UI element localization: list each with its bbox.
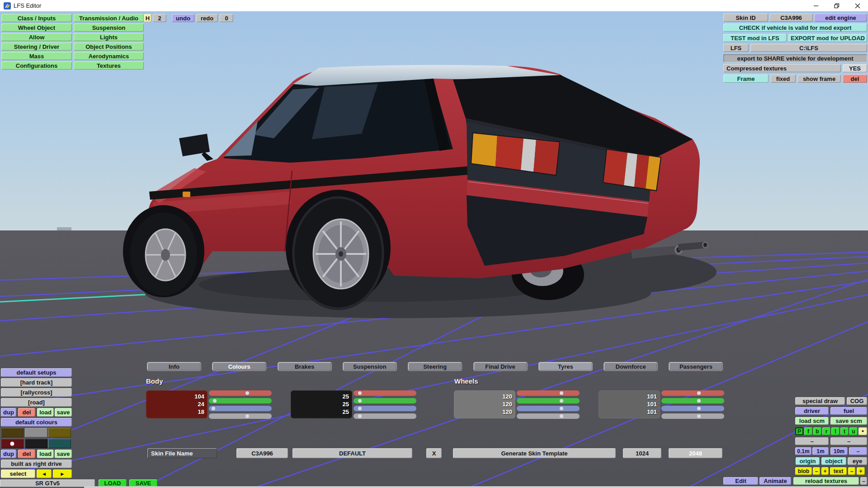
blob-button[interactable]: blob [795, 467, 812, 475]
setup-road-button[interactable]: [road] [1, 398, 72, 407]
menu-transmission-audio[interactable]: Transmission / Audio [74, 14, 144, 22]
tab-info[interactable]: Info [147, 362, 201, 371]
minimize-button[interactable] [806, 0, 826, 11]
cog-button[interactable]: COG [847, 397, 867, 405]
export-mod-button[interactable]: EXPORT mod for UPLOAD [788, 34, 867, 42]
tab-downforce[interactable]: Downforce [604, 362, 658, 371]
slider-wheel-colour-1-bright[interactable] [517, 413, 580, 419]
fixed-button[interactable]: fixed [770, 75, 796, 83]
save-scm-button[interactable]: save scm [830, 417, 867, 425]
menu-configurations[interactable]: Configurations [1, 61, 72, 70]
colour-swatch-1[interactable] [25, 428, 47, 437]
tab-steering[interactable]: Steering [408, 362, 462, 371]
skin-name-button[interactable]: DEFAULT [292, 448, 412, 458]
scale-1m-button[interactable]: 1m [812, 447, 829, 455]
default-colours-button[interactable]: default colours [1, 418, 72, 427]
special-draw-button[interactable]: special draw [795, 397, 845, 405]
scale-0-1m-button[interactable]: 0.1m [795, 447, 811, 455]
menu-mass[interactable]: Mass [1, 52, 72, 60]
frame-del-button[interactable]: del [843, 75, 867, 83]
menu-class-inputs[interactable]: Class / Inputs [1, 14, 72, 22]
menu-suspension[interactable]: Suspension [74, 23, 144, 32]
test-mod-button[interactable]: TEST mod in LFS [723, 34, 787, 42]
swatch-body-colour-1[interactable]: 1042418 [146, 390, 208, 418]
colours-load-button[interactable]: load [37, 450, 54, 458]
toolbar-zero-button[interactable]: 0 [220, 14, 233, 22]
slider-handle[interactable] [560, 407, 563, 410]
tab-final-drive[interactable]: Final Drive [473, 362, 528, 371]
compressed-textures-value[interactable]: YES [843, 64, 867, 72]
load-scm-button[interactable]: load scm [795, 417, 829, 425]
slider-body-colour-1-red[interactable] [209, 390, 272, 396]
flag-dot-button[interactable]: ● [859, 427, 867, 435]
redo-button[interactable]: redo [196, 14, 218, 22]
slider-handle[interactable] [212, 407, 215, 410]
menu-steering-driver[interactable]: Steering / Driver [1, 42, 72, 51]
slider-body-colour-2-green[interactable] [354, 398, 416, 404]
colour-swatch-4[interactable] [25, 439, 47, 448]
flag-P-button[interactable]: P [795, 427, 803, 435]
flag-b-button[interactable]: b [813, 427, 821, 435]
colour-swatch-5[interactable] [48, 439, 71, 448]
skin-size-1024-button[interactable]: 1024 [623, 448, 661, 458]
select-prev-button[interactable]: ◄ [37, 469, 52, 478]
slider-body-colour-1-bright[interactable] [209, 413, 272, 419]
slider-handle[interactable] [358, 391, 362, 395]
blob-minus-button[interactable]: – [813, 467, 820, 475]
slider-body-colour-2-red[interactable] [354, 390, 416, 396]
slider-handle[interactable] [560, 391, 563, 395]
setups-dup-button[interactable]: dup [1, 408, 16, 417]
text-button[interactable]: text [830, 467, 847, 475]
reload-minus-button[interactable]: – [860, 477, 867, 485]
setups-save-button[interactable]: save [55, 408, 72, 417]
slider-wheel-colour-2-red[interactable] [661, 390, 724, 396]
menu-textures[interactable]: Textures [74, 61, 144, 70]
menu-object-positions[interactable]: Object Positions [74, 42, 144, 51]
default-setups-button[interactable]: default setups [1, 368, 72, 377]
generate-skin-template-button[interactable]: Generate Skin Template [453, 448, 616, 458]
skin-id-value[interactable]: C3A996 [769, 14, 813, 22]
setups-del-button[interactable]: del [18, 408, 35, 417]
built-as-right-drive-button[interactable]: built as right drive [1, 460, 72, 468]
slider-handle[interactable] [358, 399, 362, 403]
skin-size-2048-button[interactable]: 2048 [669, 448, 722, 458]
swatch-wheel-colour-1[interactable]: 120120120 [454, 390, 515, 418]
toolbar-h-button[interactable]: H [144, 14, 151, 22]
colour-swatch-0[interactable] [1, 428, 24, 437]
slider-wheel-colour-2-blue[interactable] [661, 406, 724, 411]
select-next-button[interactable]: ► [53, 469, 72, 478]
setups-load-button[interactable]: load [37, 408, 54, 417]
toolbar-layer-button[interactable]: 2 [153, 14, 166, 22]
slider-handle[interactable] [245, 391, 249, 395]
slider-handle[interactable] [697, 399, 701, 403]
lfs-path-value[interactable]: C:\LFS [750, 44, 867, 52]
close-button[interactable] [847, 0, 868, 11]
scale-minus-button[interactable]: – [849, 447, 867, 455]
swatch-wheel-colour-2[interactable]: 101101101 [599, 390, 660, 418]
slider-handle[interactable] [358, 407, 362, 410]
fuel-button[interactable]: fuel [830, 407, 867, 415]
slider-body-colour-2-blue[interactable] [354, 406, 416, 411]
compressed-textures-label[interactable]: Compressed textures [723, 64, 841, 72]
menu-lights[interactable]: Lights [74, 33, 144, 41]
edit-engine-button[interactable]: edit engine [814, 14, 867, 22]
dash-left-button[interactable]: – [795, 437, 829, 445]
setup-hard-track-button[interactable]: [hard track] [1, 378, 72, 387]
flag-f-button[interactable]: f [804, 427, 812, 435]
reload-textures-button[interactable]: reload textures [793, 477, 859, 485]
lfs-button[interactable]: LFS [723, 44, 749, 52]
colour-swatch-2[interactable] [48, 428, 71, 437]
tab-brakes[interactable]: Brakes [278, 362, 332, 371]
origin-button[interactable]: origin [796, 457, 820, 465]
tab-tyres[interactable]: Tyres [538, 362, 593, 371]
setup-rallycross-button[interactable]: [rallycross] [1, 388, 72, 397]
text-minus-button[interactable]: – [848, 467, 855, 475]
slider-wheel-colour-2-green[interactable] [661, 398, 724, 404]
colours-dup-button[interactable]: dup [1, 450, 16, 458]
tab-colours[interactable]: Colours [212, 362, 266, 371]
slider-body-colour-2-bright[interactable] [354, 413, 416, 419]
skin-id-label[interactable]: Skin ID [723, 14, 768, 22]
blob-plus-button[interactable]: + [821, 467, 829, 475]
skin-clear-button[interactable]: X [426, 448, 442, 458]
slider-body-colour-1-green[interactable] [209, 398, 272, 404]
